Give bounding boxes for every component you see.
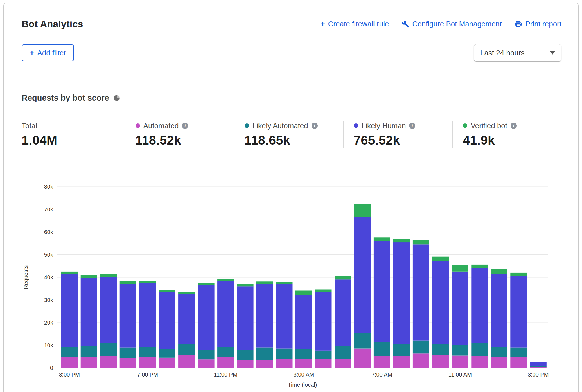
stat-total-label: Total xyxy=(22,121,37,130)
print-report-link[interactable]: Print report xyxy=(515,20,561,28)
svg-text:80k: 80k xyxy=(44,184,53,190)
svg-text:Time (local): Time (local) xyxy=(288,382,317,388)
stat-likely-human-value: 765.52k xyxy=(354,133,452,148)
requests-by-bot-score-section: Requests by bot score Total 1.04M Automa… xyxy=(4,80,578,148)
stat-likely-automated-value: 118.65k xyxy=(245,133,343,148)
wrench-icon xyxy=(402,20,409,28)
stat-total-value: 1.04M xyxy=(22,133,125,148)
svg-text:40k: 40k xyxy=(44,274,53,280)
legend-dot-verified-bot xyxy=(463,123,467,128)
svg-text:60k: 60k xyxy=(44,229,53,235)
stat-automated-value: 118.52k xyxy=(136,133,234,148)
create-firewall-rule-link[interactable]: + Create firewall rule xyxy=(320,20,389,28)
stat-verified-bot-label: Verified bot xyxy=(471,121,507,130)
svg-text:7:00 AM: 7:00 AM xyxy=(372,371,392,378)
print-report-label: Print report xyxy=(525,20,561,28)
printer-icon xyxy=(515,20,522,28)
add-filter-button[interactable]: + Add filter xyxy=(22,44,74,61)
svg-text:7:00 PM: 7:00 PM xyxy=(137,371,158,378)
stat-likely-automated: Likely Automated i 118.65k xyxy=(234,121,343,148)
header-actions: + Create firewall rule Configure Bot Man… xyxy=(320,20,561,28)
time-range-select[interactable]: Last 24 hours xyxy=(474,44,561,62)
stat-automated-label: Automated xyxy=(143,121,179,130)
svg-text:50k: 50k xyxy=(44,252,53,258)
info-icon[interactable]: i xyxy=(511,123,517,129)
configure-bot-management-link[interactable]: Configure Bot Management xyxy=(402,20,502,28)
stat-automated: Automated i 118.52k xyxy=(125,121,234,148)
svg-text:11:00 PM: 11:00 PM xyxy=(214,371,238,378)
section-title: Requests by bot score xyxy=(22,93,109,103)
legend-dot-likely-automated xyxy=(245,123,249,128)
svg-text:30k: 30k xyxy=(44,297,53,303)
stat-verified-bot-value: 41.9k xyxy=(463,133,561,148)
stat-likely-automated-label: Likely Automated xyxy=(252,121,308,130)
create-firewall-rule-label: Create firewall rule xyxy=(328,20,389,28)
svg-text:10k: 10k xyxy=(44,342,53,348)
stat-likely-human: Likely Human i 765.52k xyxy=(343,121,452,148)
page-title: Bot Analytics xyxy=(22,18,83,30)
svg-text:20k: 20k xyxy=(44,319,53,326)
svg-text:Requests: Requests xyxy=(23,265,29,289)
configure-bot-management-label: Configure Bot Management xyxy=(412,20,502,28)
svg-text:70k: 70k xyxy=(44,206,53,213)
requests-chart: 010k20k30k40k50k60k70k80k3:00 PM7:00 PM1… xyxy=(22,169,561,392)
svg-text:0: 0 xyxy=(50,365,53,371)
pie-chart-icon xyxy=(114,95,120,101)
plus-icon: + xyxy=(30,49,35,57)
info-icon[interactable]: i xyxy=(409,123,415,129)
requests-stacked-bar-chart: 010k20k30k40k50k60k70k80k3:00 PM7:00 PM1… xyxy=(22,169,561,392)
bot-analytics-card: Bot Analytics + Create firewall rule Con… xyxy=(3,3,579,392)
stat-likely-human-label: Likely Human xyxy=(362,121,406,130)
info-icon[interactable]: i xyxy=(182,123,188,129)
add-filter-label: Add filter xyxy=(37,49,66,57)
svg-text:3:00 PM: 3:00 PM xyxy=(59,371,80,378)
stat-verified-bot: Verified bot i 41.9k xyxy=(452,121,561,148)
stat-total: Total 1.04M xyxy=(22,121,125,148)
stats-row: Total 1.04M Automated i 118.52k Likely A… xyxy=(22,121,561,148)
svg-text:3:00 AM: 3:00 AM xyxy=(294,371,314,378)
time-range-value: Last 24 hours xyxy=(480,49,525,57)
info-icon[interactable]: i xyxy=(312,123,318,129)
chevron-down-icon xyxy=(550,51,555,55)
plus-icon: + xyxy=(320,20,325,28)
legend-dot-automated xyxy=(136,123,140,128)
header: Bot Analytics + Create firewall rule Con… xyxy=(4,3,578,80)
svg-text:11:00 AM: 11:00 AM xyxy=(448,371,472,378)
svg-text:3:00 PM: 3:00 PM xyxy=(528,371,549,378)
legend-dot-likely-human xyxy=(354,123,358,128)
